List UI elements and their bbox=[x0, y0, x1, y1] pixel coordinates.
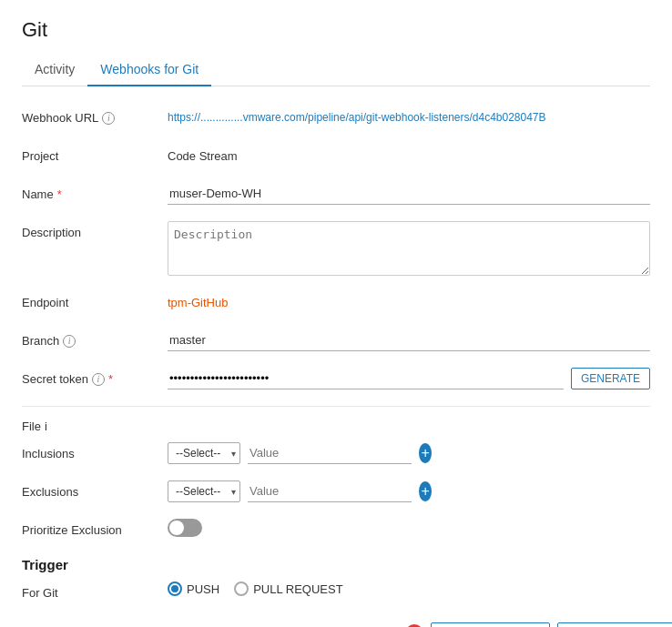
create-variable-button[interactable]: CREATE VARIABLE bbox=[431, 622, 550, 627]
inclusions-select[interactable]: --Select-- bbox=[168, 442, 240, 464]
exclusions-row: Exclusions --Select-- ▾ + bbox=[22, 480, 650, 506]
exclusions-controls: --Select-- ▾ + bbox=[168, 480, 432, 502]
name-input-wrapper bbox=[168, 183, 650, 205]
exclusions-label: Exclusions bbox=[22, 480, 168, 499]
prioritize-row: Prioritize Exclusion bbox=[22, 519, 650, 544]
inclusions-value-input[interactable] bbox=[248, 442, 412, 464]
api-token-row: API token * ••••••••••••••••••••••••••••… bbox=[22, 620, 650, 627]
webhook-url-label: Webhook URL i bbox=[22, 106, 168, 125]
api-token-controls: •••••••••••••••••••••••••••••• ✕ CREATE … bbox=[168, 620, 672, 627]
name-label: Name * bbox=[22, 183, 168, 201]
api-token-label: API token * bbox=[22, 620, 168, 627]
file-info-icon[interactable]: i bbox=[45, 420, 47, 433]
tab-webhooks[interactable]: Webhooks for Git bbox=[87, 55, 211, 86]
for-git-radio-group: PUSH PULL REQUEST bbox=[168, 581, 343, 596]
exclusions-select[interactable]: --Select-- bbox=[168, 480, 240, 502]
pull-request-radio[interactable]: PULL REQUEST bbox=[234, 581, 343, 596]
branch-input-wrapper bbox=[168, 329, 650, 351]
pull-request-radio-circle bbox=[234, 581, 249, 596]
project-value: Code Stream bbox=[168, 145, 650, 163]
description-textarea[interactable] bbox=[168, 221, 650, 276]
toggle-knob bbox=[169, 521, 184, 535]
inclusions-controls: --Select-- ▾ + bbox=[168, 442, 432, 464]
api-token-value: •••••••••••••••••••••••••••••• bbox=[168, 620, 398, 627]
project-row: Project Code Stream bbox=[22, 145, 650, 170]
description-input-wrapper bbox=[168, 221, 650, 278]
file-section: File i Inclusions --Select-- ▾ + bbox=[22, 420, 650, 544]
exclusions-select-wrapper: --Select-- ▾ bbox=[168, 480, 240, 502]
inclusions-add-button[interactable]: + bbox=[419, 443, 432, 463]
trigger-section: Trigger For Git PUSH PULL REQUEST bbox=[22, 557, 650, 627]
exclusions-add-button[interactable]: + bbox=[419, 481, 432, 501]
name-row: Name * bbox=[22, 183, 650, 208]
description-label: Description bbox=[22, 221, 168, 239]
webhook-url-info-icon[interactable]: i bbox=[102, 112, 115, 125]
generate-token-button[interactable]: GENERATE TOKEN bbox=[557, 622, 672, 627]
endpoint-value[interactable]: tpm-GitHub bbox=[168, 291, 650, 309]
pull-request-label: PULL REQUEST bbox=[253, 582, 343, 596]
project-label: Project bbox=[22, 145, 168, 163]
tabs-bar: Activity Webhooks for Git bbox=[22, 55, 650, 86]
inclusions-label: Inclusions bbox=[22, 442, 168, 460]
generate-button[interactable]: GENERATE bbox=[571, 368, 650, 389]
branch-label: Branch i bbox=[22, 329, 168, 348]
secret-token-input-area: GENERATE bbox=[168, 368, 650, 389]
tab-activity[interactable]: Activity bbox=[22, 55, 87, 86]
page-title: Git bbox=[22, 18, 650, 42]
for-git-label: For Git bbox=[22, 581, 168, 600]
secret-token-info-icon[interactable]: i bbox=[92, 373, 105, 386]
exclusions-value-input[interactable] bbox=[248, 480, 412, 502]
push-label: PUSH bbox=[187, 582, 219, 596]
secret-token-input-wrapper bbox=[168, 368, 564, 389]
name-required: * bbox=[57, 187, 62, 201]
webhook-form: Webhook URL i https://..............vmwa… bbox=[22, 106, 650, 627]
for-git-row: For Git PUSH PULL REQUEST bbox=[22, 581, 650, 607]
name-input[interactable] bbox=[168, 183, 650, 205]
branch-input[interactable] bbox=[168, 329, 650, 351]
endpoint-label: Endpoint bbox=[22, 291, 168, 309]
branch-info-icon[interactable]: i bbox=[63, 335, 76, 348]
secret-token-label: Secret token i * bbox=[22, 368, 168, 386]
secret-token-required: * bbox=[108, 372, 113, 386]
divider-1 bbox=[22, 406, 650, 407]
endpoint-row: Endpoint tpm-GitHub bbox=[22, 291, 650, 317]
trigger-title: Trigger bbox=[22, 557, 650, 572]
prioritize-label: Prioritize Exclusion bbox=[22, 519, 168, 537]
webhook-url-value: https://..............vmware.com/pipelin… bbox=[168, 106, 650, 124]
secret-token-input[interactable] bbox=[168, 368, 564, 389]
file-section-title: File i bbox=[22, 420, 650, 433]
prioritize-toggle[interactable] bbox=[168, 519, 202, 537]
push-radio[interactable]: PUSH bbox=[168, 581, 219, 596]
inclusions-select-wrapper: --Select-- ▾ bbox=[168, 442, 240, 464]
secret-token-row: Secret token i * GENERATE bbox=[22, 368, 650, 393]
description-row: Description bbox=[22, 221, 650, 278]
branch-row: Branch i bbox=[22, 329, 650, 355]
webhook-url-row: Webhook URL i https://..............vmwa… bbox=[22, 106, 650, 132]
push-radio-circle bbox=[168, 581, 182, 596]
inclusions-row: Inclusions --Select-- ▾ + bbox=[22, 442, 650, 468]
